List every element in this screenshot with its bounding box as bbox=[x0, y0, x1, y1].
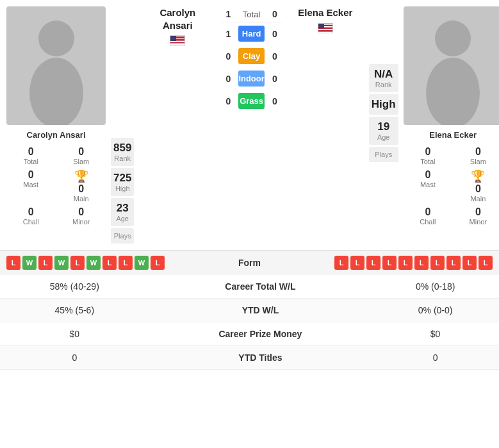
left-minor-stat: 0 Minor bbox=[57, 205, 106, 227]
right-high-value: High bbox=[372, 98, 396, 111]
left-total-value: 0 bbox=[28, 146, 34, 158]
form-badge-right: L bbox=[334, 256, 348, 270]
clay-left-score: 0 bbox=[221, 51, 235, 62]
left-age-label: Age bbox=[113, 215, 131, 222]
right-plays-label: Plays bbox=[372, 151, 396, 158]
right-slam-stat: 0 Slam bbox=[454, 145, 499, 167]
left-minor-label: Minor bbox=[72, 218, 90, 226]
right-slam-value: 0 bbox=[475, 146, 481, 158]
ytd-wl-label: YTD W/L bbox=[149, 299, 372, 322]
form-badge-right: L bbox=[446, 256, 461, 270]
right-mast-stat: 0 Mast bbox=[404, 168, 453, 204]
grass-row: 0 Grass 0 bbox=[221, 90, 281, 112]
right-plays-box: Plays bbox=[369, 147, 398, 162]
form-badge-left: W bbox=[86, 256, 101, 270]
right-name-flag-block: Elena Ecker bbox=[287, 6, 364, 33]
surfaces-block: 1 Total 0 1 Hard 0 0 Clay 0 bbox=[221, 6, 281, 112]
form-badge-left: L bbox=[102, 256, 117, 270]
right-minor-stat: 0 Minor bbox=[454, 205, 499, 227]
form-badge-left: L bbox=[38, 256, 53, 270]
left-mast-stat: 0 Mast bbox=[6, 168, 56, 204]
right-slam-label: Slam bbox=[470, 158, 486, 165]
left-total-stat: 0 Total bbox=[6, 145, 56, 167]
ytd-wl-row: 45% (5-6) YTD W/L 0% (0-0) bbox=[0, 299, 499, 322]
career-stats-table: 58% (40-29) Career Total W/L 0% (0-18) 4… bbox=[0, 275, 499, 370]
left-flag bbox=[170, 35, 185, 46]
left-flag-canton bbox=[170, 36, 176, 41]
total-left-score: 1 bbox=[221, 9, 235, 19]
form-badge-left: L bbox=[6, 256, 20, 270]
left-rank-value: 859 bbox=[113, 142, 131, 154]
clay-row: 0 Clay 0 bbox=[221, 45, 281, 67]
names-row: CarolynAnsari 1 Total 0 bbox=[139, 6, 363, 112]
form-badge-right: L bbox=[462, 256, 477, 270]
hard-right-score: 0 bbox=[268, 29, 282, 39]
left-player-stats: 0 Total 0 Slam 0 Mast 🏆 0 Main 0 bbox=[6, 145, 106, 227]
left-mast-value: 0 bbox=[28, 169, 34, 181]
grass-right-score: 0 bbox=[268, 96, 282, 106]
grass-left-score: 0 bbox=[221, 96, 235, 106]
right-player-name: Elena Ecker bbox=[429, 130, 477, 140]
left-main-value: 0 bbox=[78, 183, 84, 195]
right-age-label: Age bbox=[372, 133, 396, 141]
indoor-left-score: 0 bbox=[221, 74, 235, 84]
left-high-box: 725 High bbox=[111, 168, 134, 196]
form-badge-left: L bbox=[70, 256, 85, 270]
left-rank-box: 859 Rank bbox=[111, 138, 134, 166]
left-player-avatar bbox=[6, 6, 106, 125]
form-badge-right: L bbox=[430, 256, 445, 270]
left-plays-label: Plays bbox=[113, 232, 131, 240]
career-wl-left: 58% (40-29) bbox=[0, 275, 149, 299]
prize-money-row: $0 Career Prize Money $0 bbox=[0, 322, 499, 346]
left-plays-box: Plays bbox=[111, 228, 134, 244]
right-total-label: Total bbox=[420, 158, 435, 165]
prize-money-label: Career Prize Money bbox=[149, 322, 372, 346]
career-wl-right: 0% (0-18) bbox=[372, 275, 499, 299]
left-age-box: 23 Age bbox=[111, 198, 134, 226]
prize-money-right: $0 bbox=[372, 322, 499, 346]
right-player-avatar bbox=[404, 6, 499, 125]
right-center-name: Elena Ecker bbox=[287, 6, 364, 19]
right-main-stat: 🏆 0 Main bbox=[454, 168, 499, 204]
hard-left-score: 1 bbox=[221, 29, 235, 39]
right-rank-label: Rank bbox=[372, 81, 396, 88]
left-info-boxes: 859 Rank 725 High 23 Age Plays bbox=[111, 6, 134, 244]
grass-badge: Grass bbox=[238, 93, 264, 109]
left-slam-value: 0 bbox=[78, 146, 84, 158]
left-mast-label: Mast bbox=[23, 181, 38, 188]
right-rank-box: N/A Rank bbox=[369, 64, 398, 92]
right-age-box: 19 Age bbox=[369, 117, 398, 145]
form-badge-left: L bbox=[119, 256, 133, 270]
form-badge-right: L bbox=[479, 256, 493, 270]
right-chall-value: 0 bbox=[425, 206, 430, 218]
main-container: Carolyn Ansari 0 Total 0 Slam 0 Mast 🏆 0 bbox=[0, 0, 499, 370]
left-player-column: Carolyn Ansari 0 Total 0 Slam 0 Mast 🏆 0 bbox=[6, 6, 106, 244]
form-badge-right: L bbox=[382, 256, 397, 270]
right-main-label: Main bbox=[470, 195, 486, 203]
hard-row: 1 Hard 0 bbox=[221, 22, 281, 45]
total-row: 1 Total 0 bbox=[221, 6, 281, 22]
indoor-badge: Indoor bbox=[238, 71, 264, 87]
left-main-stat: 🏆 0 Main bbox=[57, 168, 106, 204]
indoor-right-score: 0 bbox=[268, 74, 282, 84]
right-flag bbox=[318, 23, 333, 33]
trophy-icon-left: 🏆 bbox=[74, 169, 88, 183]
left-slam-label: Slam bbox=[73, 158, 89, 165]
right-player-column: Elena Ecker 0 Total 0 Slam 0 Mast 🏆 0 M bbox=[404, 6, 499, 244]
right-mast-value: 0 bbox=[425, 169, 430, 181]
right-minor-value: 0 bbox=[475, 206, 481, 218]
form-badge-left: L bbox=[151, 256, 165, 270]
career-wl-label: Career Total W/L bbox=[149, 275, 372, 299]
form-badge-left: W bbox=[54, 256, 69, 270]
form-badge-left: W bbox=[135, 256, 149, 270]
right-chall-stat: 0 Chall bbox=[404, 205, 453, 227]
right-total-stat: 0 Total bbox=[404, 145, 453, 167]
form-badge-right: L bbox=[414, 256, 429, 270]
players-comparison: Carolyn Ansari 0 Total 0 Slam 0 Mast 🏆 0 bbox=[0, 0, 499, 247]
form-badge-right: L bbox=[366, 256, 380, 270]
ytd-wl-left: 45% (5-6) bbox=[0, 299, 149, 322]
form-badge-left: W bbox=[22, 256, 37, 270]
left-main-label: Main bbox=[74, 195, 89, 203]
prize-money-left: $0 bbox=[0, 322, 149, 346]
right-info-boxes: N/A Rank High 19 Age Plays bbox=[369, 6, 398, 244]
